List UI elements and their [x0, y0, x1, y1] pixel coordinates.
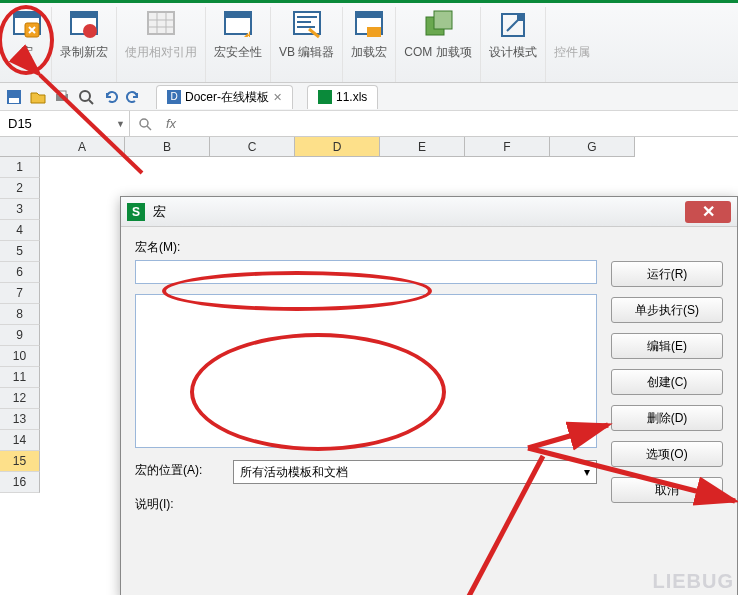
macro-location-value: 所有活动模板和文档	[240, 464, 348, 481]
select-all-corner[interactable]	[0, 137, 40, 157]
close-icon[interactable]: ✕	[273, 91, 282, 104]
col-header[interactable]: E	[380, 137, 465, 157]
row-header[interactable]: 13	[0, 409, 40, 430]
macro-desc-label: 说明(I):	[135, 496, 174, 513]
design-icon	[497, 9, 529, 41]
macro-dialog: S 宏 ✕ 宏名(M): 宏的位置(A): 所有活动模板和文档 ▾ 说明(I):…	[120, 196, 738, 595]
col-header[interactable]: C	[210, 137, 295, 157]
col-header[interactable]: B	[125, 137, 210, 157]
dialog-title: 宏	[153, 203, 685, 221]
row-header[interactable]: 10	[0, 346, 40, 367]
row-header[interactable]: 16	[0, 472, 40, 493]
ribbon-record[interactable]: 录制新宏	[52, 7, 117, 82]
svg-line-28	[89, 100, 93, 104]
col-header[interactable]: A	[40, 137, 125, 157]
controls-icon	[556, 9, 588, 41]
comaddin-icon	[422, 9, 454, 41]
create-button[interactable]: 创建(C)	[611, 369, 723, 395]
ribbon-macro[interactable]: 宏	[2, 7, 52, 82]
col-header[interactable]: G	[550, 137, 635, 157]
svg-rect-1	[14, 12, 40, 18]
step-button[interactable]: 单步执行(S)	[611, 297, 723, 323]
ribbon: 宏 录制新宏 使用相对引用 ! 宏安全性 VB 编辑器 加载宏 COM 加载项 …	[0, 3, 738, 83]
tab-docer[interactable]: D Docer-在线模板 ✕	[156, 85, 293, 109]
ribbon-controls: 控件属	[546, 7, 598, 82]
row-headers: 1 2 3 4 5 6 7 8 9 10 11 12 13 14 15 16	[0, 157, 40, 493]
svg-rect-12	[225, 12, 251, 18]
ribbon-security-label: 宏安全性	[214, 45, 262, 61]
cancel-button[interactable]: 取消	[611, 477, 723, 503]
close-button[interactable]: ✕	[685, 201, 731, 223]
run-button[interactable]: 运行(R)	[611, 261, 723, 287]
vbe-icon	[291, 9, 323, 41]
macro-name-input[interactable]	[135, 260, 597, 284]
ribbon-design[interactable]: 设计模式	[481, 7, 546, 82]
chevron-down-icon[interactable]: ▼	[116, 119, 125, 129]
column-headers: A B C D E F G	[40, 137, 635, 157]
delete-button[interactable]: 删除(D)	[611, 405, 723, 431]
ribbon-security[interactable]: ! 宏安全性	[206, 7, 271, 82]
ribbon-addin[interactable]: 加载宏	[343, 7, 396, 82]
preview-icon[interactable]	[78, 89, 94, 105]
row-header[interactable]: 11	[0, 367, 40, 388]
xls-icon	[318, 90, 332, 104]
ribbon-design-label: 设计模式	[489, 45, 537, 61]
macro-location-label: 宏的位置(A):	[135, 462, 225, 479]
svg-rect-17	[356, 12, 382, 18]
svg-rect-22	[517, 15, 523, 21]
row-header[interactable]: 1	[0, 157, 40, 178]
ribbon-relref: 使用相对引用	[117, 7, 206, 82]
row-header[interactable]: 9	[0, 325, 40, 346]
watermark: LIEBUG	[652, 570, 734, 593]
macro-location-select[interactable]: 所有活动模板和文档 ▾	[233, 460, 597, 484]
ribbon-comaddin-label: COM 加载项	[404, 45, 471, 61]
record-icon	[68, 9, 100, 41]
row-header[interactable]: 6	[0, 262, 40, 283]
svg-point-27	[80, 91, 90, 101]
col-header[interactable]: F	[465, 137, 550, 157]
name-box[interactable]: D15 ▼	[0, 111, 130, 136]
security-icon: !	[222, 9, 254, 41]
tab-file[interactable]: 11.xls	[307, 85, 378, 109]
svg-text:!: !	[247, 28, 250, 39]
row-header[interactable]: 14	[0, 430, 40, 451]
quick-access-toolbar: D Docer-在线模板 ✕ 11.xls	[0, 83, 738, 111]
addin-icon	[353, 9, 385, 41]
formula-bar: D15 ▼ fx	[0, 111, 738, 137]
fx-area[interactable]: fx	[130, 116, 738, 131]
ribbon-comaddin[interactable]: COM 加载项	[396, 7, 480, 82]
macro-name-label: 宏名(M):	[135, 239, 597, 256]
redo-icon[interactable]	[126, 89, 142, 105]
svg-point-5	[83, 24, 97, 38]
row-header[interactable]: 12	[0, 388, 40, 409]
fx-label: fx	[166, 116, 176, 131]
col-header[interactable]: D	[295, 137, 380, 157]
save-icon[interactable]	[6, 89, 22, 105]
options-button[interactable]: 选项(O)	[611, 441, 723, 467]
svg-rect-6	[148, 12, 174, 34]
search-icon[interactable]	[138, 117, 152, 131]
row-header[interactable]: 7	[0, 283, 40, 304]
svg-rect-24	[9, 98, 19, 103]
print-icon[interactable]	[54, 89, 70, 105]
ribbon-controls-label: 控件属	[554, 45, 590, 61]
ribbon-record-label: 录制新宏	[60, 45, 108, 61]
open-icon[interactable]	[30, 89, 46, 105]
ribbon-vbe[interactable]: VB 编辑器	[271, 7, 343, 82]
edit-button[interactable]: 编辑(E)	[611, 333, 723, 359]
chevron-down-icon: ▾	[584, 465, 590, 479]
row-header[interactable]: 15	[0, 451, 40, 472]
dialog-titlebar[interactable]: S 宏 ✕	[121, 197, 737, 227]
row-header[interactable]: 8	[0, 304, 40, 325]
undo-icon[interactable]	[102, 89, 118, 105]
svg-rect-18	[367, 27, 381, 37]
ribbon-macro-label: 宏	[21, 45, 33, 61]
svg-rect-4	[71, 12, 97, 18]
relref-icon	[145, 9, 177, 41]
row-header[interactable]: 5	[0, 241, 40, 262]
ribbon-vbe-label: VB 编辑器	[279, 45, 334, 61]
macro-list[interactable]	[135, 294, 597, 448]
row-header[interactable]: 3	[0, 199, 40, 220]
row-header[interactable]: 2	[0, 178, 40, 199]
row-header[interactable]: 4	[0, 220, 40, 241]
